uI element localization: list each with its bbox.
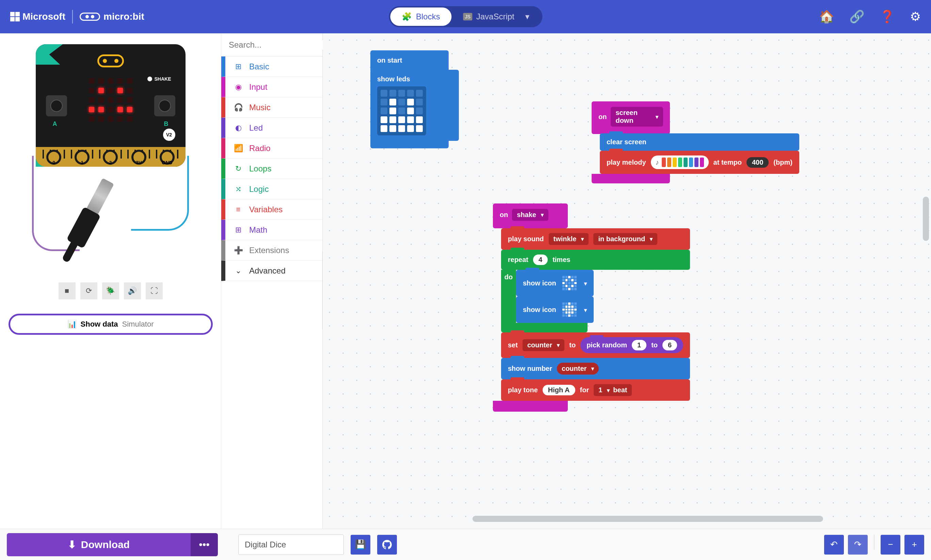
random-high[interactable]: 6 <box>663 340 677 351</box>
play-sound-label: play sound <box>508 235 544 243</box>
bpm-label: (bpm) <box>774 158 792 166</box>
editor-toggle: 🧩 Blocks JS JavaScript ▾ <box>389 6 542 27</box>
variable-dropdown[interactable]: counter <box>523 339 564 351</box>
microsoft-logo[interactable]: Microsoft <box>10 11 65 22</box>
javascript-tab[interactable]: JS JavaScript ▾ <box>452 8 541 26</box>
play-melody-label: play melody <box>607 158 646 166</box>
github-button[interactable] <box>377 535 397 555</box>
block-show-number[interactable]: show number counter <box>501 358 690 379</box>
icon-dropdown[interactable] <box>561 301 578 318</box>
tempo-value[interactable]: 400 <box>746 157 769 168</box>
sound-dropdown[interactable]: twinkle <box>549 233 589 245</box>
block-show-icon[interactable]: show icon <box>516 296 593 323</box>
block-play-melody[interactable]: play melody ♪ at tempo 400 (bpm) <box>600 151 799 174</box>
zoom-in-button[interactable]: + <box>905 535 924 555</box>
random-low[interactable]: 1 <box>632 340 646 351</box>
block-play-sound[interactable]: play sound twinkle in background <box>501 228 690 250</box>
gesture-dropdown[interactable]: shake <box>512 209 549 221</box>
vertical-scrollbar[interactable] <box>923 197 929 241</box>
category-icon: ◉ <box>234 83 243 92</box>
category-led[interactable]: ◐Led <box>221 118 322 138</box>
share-icon[interactable]: 🔗 <box>849 9 865 24</box>
led-editor[interactable] <box>377 86 426 135</box>
category-label: Music <box>249 103 271 112</box>
project-name-input[interactable] <box>238 534 344 555</box>
fullscreen-button[interactable]: ⛶ <box>146 282 163 299</box>
audio-button[interactable]: 🔊 <box>124 282 141 299</box>
advanced-category[interactable]: ⌄ Advanced <box>221 261 322 281</box>
undo-button[interactable]: ↶ <box>824 535 844 555</box>
microbit-logo[interactable]: micro:bit <box>80 11 144 22</box>
button-a[interactable] <box>46 95 67 116</box>
js-icon: JS <box>463 13 472 20</box>
show-data-label: Show data <box>81 320 118 329</box>
blocks-workspace[interactable]: on start show leds on screen down clear … <box>323 33 931 529</box>
home-icon[interactable]: 🏠 <box>819 9 834 24</box>
debug-button[interactable]: 🪲 <box>102 282 119 299</box>
stop-button[interactable]: ■ <box>59 282 76 299</box>
on-label: on <box>500 211 508 219</box>
search-input[interactable] <box>229 40 330 50</box>
block-on-gesture-screen-down[interactable]: on screen down clear screen play melody … <box>592 102 799 183</box>
footer: ⬇ Download ••• 💾 ↶ ↷ − + <box>0 529 931 560</box>
category-label: Loops <box>249 164 271 174</box>
advanced-label: Advanced <box>249 266 285 275</box>
help-icon[interactable]: ❓ <box>880 9 895 24</box>
toolbox-search: 🔍 <box>221 33 322 57</box>
category-variables[interactable]: ≡Variables <box>221 199 322 220</box>
block-repeat[interactable]: repeat 4 times <box>501 250 690 270</box>
beat-dropdown[interactable]: 1 beat <box>593 384 632 396</box>
restart-button[interactable]: ⟳ <box>80 282 97 299</box>
melody-editor[interactable]: ♪ <box>651 155 709 169</box>
category-radio[interactable]: 📶Radio <box>221 138 322 158</box>
repeat-label: repeat <box>508 256 528 264</box>
save-button[interactable]: 💾 <box>351 535 370 555</box>
block-show-icon[interactable]: show icon <box>516 270 593 296</box>
category-basic[interactable]: ⊞Basic <box>221 57 322 77</box>
show-data-button[interactable]: 📊 Show data Simulator <box>9 314 213 335</box>
mode-dropdown[interactable]: in background <box>593 233 657 245</box>
category-icon: ⊞ <box>234 226 243 234</box>
to-label: to <box>651 341 658 349</box>
block-show-leds[interactable]: show leds <box>370 70 459 141</box>
category-music[interactable]: 🎧Music <box>221 97 322 118</box>
block-play-tone[interactable]: play tone High A for 1 beat <box>501 379 690 401</box>
download-more-button[interactable]: ••• <box>191 533 218 556</box>
category-math[interactable]: ⊞Math <box>221 220 322 240</box>
redo-button[interactable]: ↷ <box>848 535 868 555</box>
download-button[interactable]: ⬇ Download <box>7 533 191 556</box>
category-extensions[interactable]: ➕Extensions <box>221 240 322 261</box>
show-icon-label: show icon <box>523 306 556 314</box>
chart-icon: 📊 <box>68 320 77 329</box>
category-logic[interactable]: ⤭Logic <box>221 179 322 199</box>
block-on-start[interactable]: on start show leds <box>370 50 459 148</box>
edge-connector: 0123VGND <box>36 147 185 167</box>
microsoft-label: Microsoft <box>23 11 65 22</box>
microbit-simulator[interactable]: SHAKE V2 A B 0123VGND <box>36 44 185 167</box>
settings-icon[interactable]: ⚙ <box>910 9 921 24</box>
chevron-down-icon[interactable] <box>583 306 587 314</box>
variable-ref[interactable]: counter <box>557 363 599 375</box>
horizontal-scrollbar[interactable] <box>472 516 823 522</box>
block-pick-random[interactable]: pick random 1 to 6 <box>580 337 683 353</box>
block-clear-screen[interactable]: clear screen <box>600 133 799 151</box>
icon-dropdown[interactable] <box>561 275 578 292</box>
block-on-gesture-shake[interactable]: on shake play sound twinkle in backgroun… <box>493 203 690 412</box>
repeat-count[interactable]: 4 <box>533 254 548 265</box>
chevron-down-icon[interactable] <box>583 279 587 287</box>
category-label: Extensions <box>249 246 289 255</box>
shake-button[interactable]: SHAKE <box>147 76 171 82</box>
zoom-out-button[interactable]: − <box>881 535 900 555</box>
show-leds-label: show leds <box>377 75 410 83</box>
button-b[interactable] <box>154 95 175 116</box>
for-label: for <box>580 386 589 394</box>
gesture-dropdown[interactable]: screen down <box>611 107 663 126</box>
tone-value[interactable]: High A <box>543 385 575 395</box>
chevron-down-icon[interactable]: ▾ <box>525 12 529 22</box>
block-set-variable[interactable]: set counter to pick random 1 to 6 <box>501 332 690 358</box>
category-loops[interactable]: ↻Loops <box>221 158 322 179</box>
blocks-tab[interactable]: 🧩 Blocks <box>390 8 452 26</box>
category-input[interactable]: ◉Input <box>221 77 322 97</box>
app-header: Microsoft micro:bit 🧩 Blocks JS JavaScri… <box>0 0 931 33</box>
set-label: set <box>508 341 518 349</box>
